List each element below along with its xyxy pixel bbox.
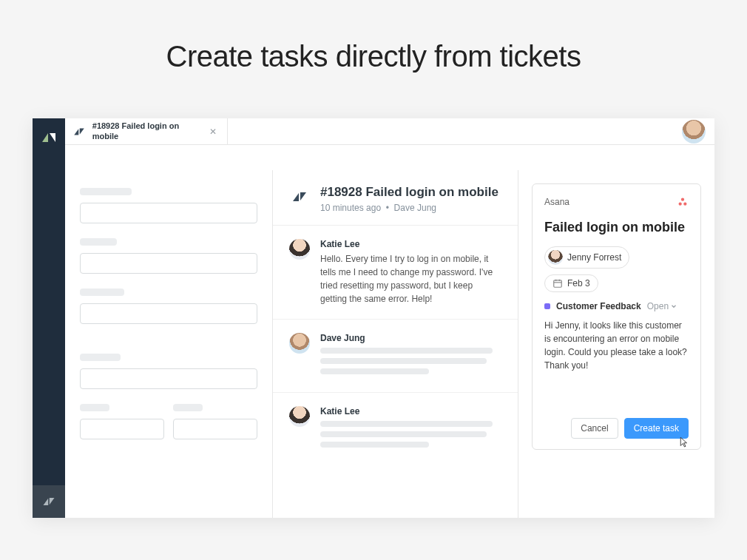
create-task-button[interactable]: Create task xyxy=(624,418,689,439)
topbar: #18928 Failed login on mobile ✕ xyxy=(65,118,714,145)
task-description: Hi Jenny, it looks like this customer is… xyxy=(544,319,689,372)
skeleton-line xyxy=(320,442,429,448)
skeleton-label xyxy=(80,404,109,411)
avatar xyxy=(289,406,310,427)
current-user-avatar[interactable] xyxy=(682,120,706,144)
tag-name: Customer Feedback xyxy=(556,301,641,311)
svg-marker-0 xyxy=(42,133,48,142)
avatar xyxy=(548,250,563,265)
svg-rect-11 xyxy=(554,280,562,287)
message: Katie Lee Hello. Every time I try to log… xyxy=(273,226,518,320)
date-value: Feb 3 xyxy=(567,278,590,289)
avatar xyxy=(289,239,310,260)
task-meta-row: Jenny Forrest Feb 3 xyxy=(544,246,689,292)
svg-marker-3 xyxy=(50,498,55,505)
status-dropdown[interactable]: Open xyxy=(647,301,677,311)
message: Dave Jung xyxy=(273,320,518,393)
skeleton-line xyxy=(320,421,493,427)
svg-marker-6 xyxy=(293,193,299,201)
asana-header: Asana xyxy=(544,196,689,208)
message-text: Hello. Every time I try to log in on mob… xyxy=(320,252,501,306)
svg-marker-2 xyxy=(44,499,49,505)
body-area: #18928 Failed login on mobile 10 minutes… xyxy=(65,145,714,518)
chevron-down-icon xyxy=(670,303,677,310)
asana-app-name: Asana xyxy=(544,197,569,207)
skeleton-input xyxy=(173,419,257,439)
left-panel xyxy=(65,170,273,518)
page-root: Create tasks directly from tickets #1892… xyxy=(0,0,747,560)
skeleton-line xyxy=(320,368,429,374)
skeleton-input xyxy=(80,203,257,223)
skeleton-input xyxy=(80,253,257,274)
separator: • xyxy=(386,203,389,213)
svg-marker-4 xyxy=(75,129,79,135)
svg-marker-7 xyxy=(300,192,306,200)
app-frame: #18928 Failed login on mobile ✕ xyxy=(33,118,714,518)
skeleton-label xyxy=(80,188,132,195)
ticket-time: 10 minutes ago xyxy=(320,203,381,213)
skeleton-label xyxy=(80,289,124,296)
skeleton-label xyxy=(80,238,117,246)
zendesk-logo-icon xyxy=(40,129,58,146)
assignee-name: Jenny Forrest xyxy=(567,252,621,263)
hero-title: Create tasks directly from tickets xyxy=(0,0,747,73)
message-author: Katie Lee xyxy=(320,406,501,416)
tag-row: Customer Feedback Open xyxy=(544,301,689,311)
tag-color-dot xyxy=(544,303,550,309)
date-chip[interactable]: Feb 3 xyxy=(544,274,598,292)
ticket-tab[interactable]: #18928 Failed login on mobile ✕ xyxy=(65,118,228,144)
center-panel: #18928 Failed login on mobile 10 minutes… xyxy=(273,170,518,518)
message-author: Katie Lee xyxy=(320,239,501,249)
asana-card: Asana Failed login on mobile Jenny Forre… xyxy=(532,183,701,450)
skeleton-input xyxy=(80,368,257,389)
assignee-chip[interactable]: Jenny Forrest xyxy=(544,246,629,269)
ticket-header: #18928 Failed login on mobile 10 minutes… xyxy=(273,170,518,226)
asana-logo-icon xyxy=(677,196,689,208)
skeleton-line xyxy=(320,358,487,364)
sidebar-rail xyxy=(33,118,65,518)
svg-marker-5 xyxy=(80,128,84,134)
svg-marker-1 xyxy=(50,133,55,142)
close-icon[interactable]: ✕ xyxy=(206,126,220,137)
ticket-icon xyxy=(289,186,310,207)
right-panel: Asana Failed login on mobile Jenny Forre… xyxy=(518,170,714,518)
skeleton-line xyxy=(320,348,493,354)
skeleton-label xyxy=(173,404,203,411)
skeleton-label xyxy=(80,354,121,361)
zendesk-small-icon xyxy=(33,485,65,518)
calendar-icon xyxy=(552,278,563,289)
cancel-button[interactable]: Cancel xyxy=(571,418,618,439)
skeleton-line xyxy=(320,431,487,437)
message-author: Dave Jung xyxy=(320,333,501,343)
svg-point-10 xyxy=(683,203,686,206)
ticket-title: #18928 Failed login on mobile xyxy=(320,185,498,200)
svg-point-9 xyxy=(679,203,682,206)
tab-title: #18928 Failed login on mobile xyxy=(92,121,200,141)
ticket-meta: 10 minutes ago • Dave Jung xyxy=(320,203,498,213)
ticket-icon xyxy=(72,124,87,139)
message: Katie Lee xyxy=(273,393,518,465)
status-label: Open xyxy=(647,301,669,311)
task-title: Failed login on mobile xyxy=(544,220,689,236)
content-row: #18928 Failed login on mobile 10 minutes… xyxy=(65,170,714,518)
avatar xyxy=(289,333,310,354)
skeleton-input xyxy=(80,303,257,324)
skeleton-input xyxy=(80,419,164,439)
asana-footer: Cancel Create task xyxy=(544,418,689,439)
topbar-spacer xyxy=(228,118,682,144)
svg-point-8 xyxy=(681,198,684,201)
ticket-author: Dave Jung xyxy=(394,203,436,213)
